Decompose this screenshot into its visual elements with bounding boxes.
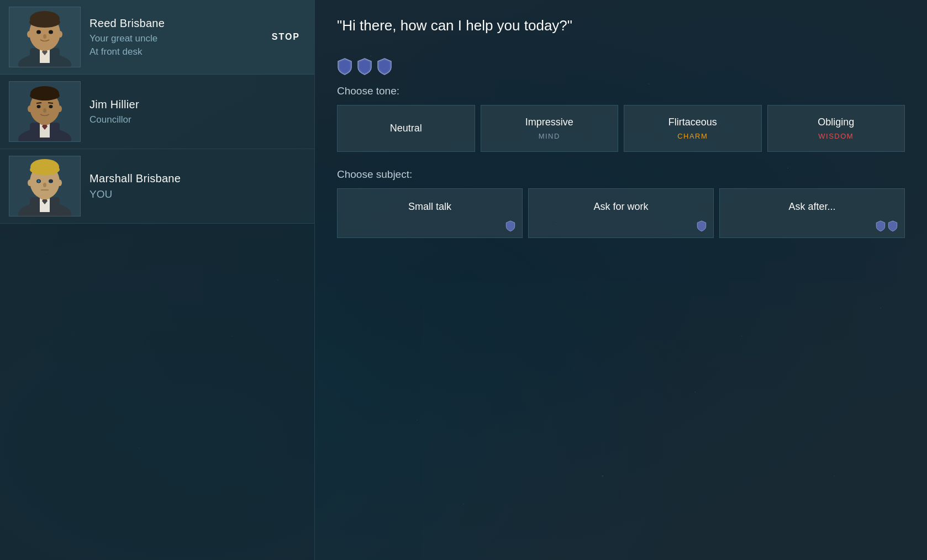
shield-icon-3 <box>377 57 392 75</box>
svg-line-23 <box>36 103 41 103</box>
shields-cost-row <box>337 57 905 75</box>
marshall-you: YOU <box>89 188 306 200</box>
tone-impressive-sub: MIND <box>492 131 607 141</box>
subject-smalltalk-label: Small talk <box>408 201 451 213</box>
jim-name: Jim Hillier <box>89 98 306 111</box>
svg-point-9 <box>49 30 53 34</box>
svg-point-12 <box>43 34 46 39</box>
svg-point-41 <box>28 179 32 186</box>
svg-point-25 <box>43 108 46 113</box>
svg-point-20 <box>30 91 60 101</box>
svg-point-22 <box>49 105 53 108</box>
tone-neutral-label: Neutral <box>390 123 422 134</box>
jim-info: Jim Hillier Councillor <box>89 98 306 125</box>
shield-sm-1 <box>505 220 515 232</box>
subject-askforwork-label: Ask for work <box>593 201 648 213</box>
character-list: Reed Brisbane Your great uncle At front … <box>0 0 315 560</box>
tone-obliging-label: Obliging <box>818 117 854 128</box>
shield-icon-1 <box>337 57 352 75</box>
svg-point-35 <box>30 164 60 175</box>
dialogue-panel: "Hi there, how can I help you today?" Ch… <box>315 0 927 560</box>
smalltalk-shields <box>505 220 515 232</box>
subject-askafter[interactable]: Ask after... <box>719 188 905 238</box>
subject-askforwork[interactable]: Ask for work <box>528 188 714 238</box>
tone-impressive-label: Impressive <box>525 117 573 128</box>
svg-point-27 <box>57 105 62 112</box>
choose-subject-label: Choose subject: <box>337 168 905 181</box>
askforwork-shields <box>697 220 707 232</box>
svg-point-10 <box>27 31 31 38</box>
tone-buttons-group: Neutral Impressive MIND Flirtaceous CHAR… <box>337 105 905 152</box>
reed-name: Reed Brisbane <box>89 17 306 30</box>
shield-icon-2 <box>357 57 372 75</box>
tone-obliging-sub: WISDOM <box>779 131 894 141</box>
shield-sm-2 <box>697 220 707 232</box>
shield-sm-3 <box>876 220 886 232</box>
svg-point-42 <box>57 179 62 186</box>
askafter-shields <box>876 220 898 232</box>
avatar-reed <box>9 7 81 67</box>
tone-flirtaceous[interactable]: Flirtaceous CHARM <box>624 105 762 152</box>
jim-role: Councillor <box>89 114 306 125</box>
svg-point-26 <box>28 105 32 112</box>
svg-point-8 <box>36 30 41 34</box>
subject-smalltalk[interactable]: Small talk <box>337 188 523 238</box>
dialogue-text: "Hi there, how can I help you today?" <box>337 17 905 35</box>
tone-obliging[interactable]: Obliging WISDOM <box>767 105 905 152</box>
subject-askafter-label: Ask after... <box>788 201 835 213</box>
character-card-marshall[interactable]: Marshall Brisbane YOU <box>0 149 314 224</box>
tone-neutral[interactable]: Neutral <box>337 105 475 152</box>
stop-button[interactable]: STOP <box>266 29 306 45</box>
character-card-jim[interactable]: Jim Hillier Councillor <box>0 75 314 149</box>
svg-point-7 <box>29 17 60 28</box>
shield-sm-4 <box>888 220 898 232</box>
subject-buttons-group: Small talk Ask for work Ask after... <box>337 188 905 238</box>
marshall-info: Marshall Brisbane YOU <box>89 172 306 200</box>
avatar-jim <box>9 81 81 142</box>
svg-point-38 <box>38 180 40 182</box>
svg-point-11 <box>58 31 62 38</box>
tone-impressive[interactable]: Impressive MIND <box>481 105 619 152</box>
tone-flirtaceous-sub: CHARM <box>635 131 750 141</box>
tone-flirtaceous-label: Flirtaceous <box>668 117 717 128</box>
choose-tone-label: Choose tone: <box>337 85 905 97</box>
svg-point-21 <box>37 105 41 108</box>
marshall-name: Marshall Brisbane <box>89 172 306 185</box>
svg-line-24 <box>48 103 53 103</box>
svg-point-37 <box>49 179 53 183</box>
character-card-reed[interactable]: Reed Brisbane Your great uncle At front … <box>0 0 314 75</box>
svg-point-39 <box>43 183 46 187</box>
reed-location: At front desk <box>89 46 306 57</box>
avatar-marshall <box>9 156 81 216</box>
